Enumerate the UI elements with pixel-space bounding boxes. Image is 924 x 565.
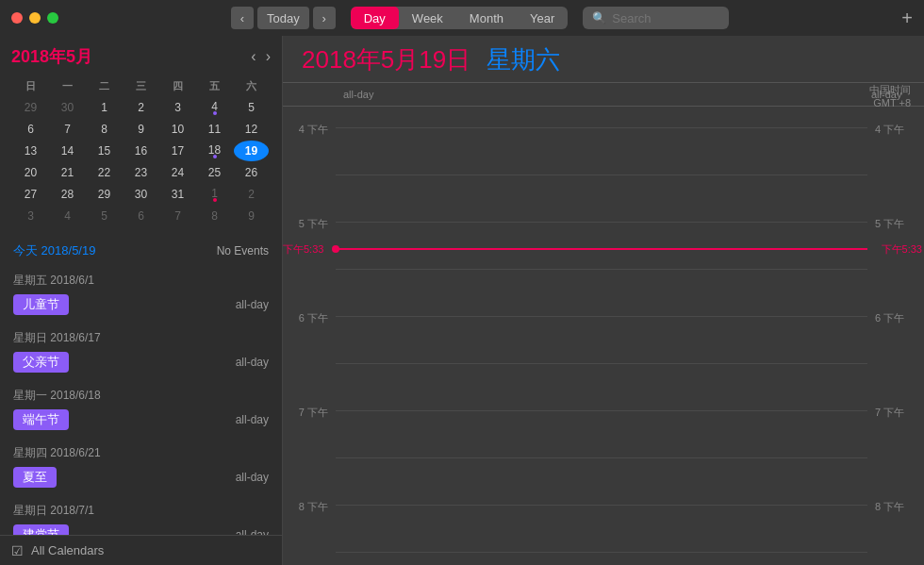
next-button[interactable]: › bbox=[313, 7, 336, 29]
current-time-label-right: 下午5:33 bbox=[882, 242, 922, 257]
close-button[interactable] bbox=[11, 12, 23, 24]
mini-cal-cell[interactable]: 7 bbox=[160, 207, 195, 225]
traffic-lights bbox=[11, 12, 58, 24]
mini-cal-cell[interactable]: 6 bbox=[124, 207, 158, 225]
event-item[interactable]: 儿童节all-day bbox=[0, 291, 282, 319]
today-button[interactable]: Today bbox=[257, 7, 309, 29]
mini-cal-title: 2018年5月 bbox=[11, 45, 92, 68]
title-bar: ‹ Today › Day Week Month Year 🔍 + bbox=[0, 0, 924, 36]
event-allday: all-day bbox=[236, 528, 269, 535]
add-event-button[interactable]: + bbox=[901, 8, 913, 29]
mini-cal-cell[interactable]: 14 bbox=[50, 141, 85, 161]
sidebar: 2018年5月 ‹ › 日 一 二 三 四 五 六 bbox=[0, 36, 283, 565]
current-time-label-left: 下午5:33 bbox=[283, 242, 323, 257]
tab-year[interactable]: Year bbox=[517, 7, 568, 29]
mini-cal-cell[interactable]: 19 bbox=[234, 141, 269, 161]
mini-cal-cell[interactable]: 3 bbox=[13, 207, 48, 225]
event-tag: 端午节 bbox=[13, 409, 69, 430]
mini-cal-cell[interactable]: 30 bbox=[124, 184, 158, 205]
mini-cal-cell[interactable]: 12 bbox=[234, 120, 269, 139]
mini-cal-cell[interactable]: 29 bbox=[87, 184, 122, 205]
mini-cal-cell[interactable]: 4 bbox=[197, 97, 232, 118]
maximize-button[interactable] bbox=[47, 12, 58, 24]
mini-cal-cell[interactable]: 4 bbox=[50, 207, 85, 225]
allday-label: all-day bbox=[336, 83, 867, 106]
mini-cal-cell[interactable]: 25 bbox=[197, 163, 232, 182]
mini-cal-cell[interactable]: 27 bbox=[13, 184, 48, 205]
mini-cal-cell[interactable]: 11 bbox=[197, 120, 232, 139]
mini-cal-cell[interactable]: 5 bbox=[87, 207, 122, 225]
mini-cal-prev[interactable]: ‹ bbox=[251, 48, 256, 65]
mini-cal-cell[interactable]: 1 bbox=[197, 184, 232, 205]
event-group: 星期四 2018/6/21夏至all-day bbox=[0, 438, 282, 495]
mini-cal-cell[interactable]: 10 bbox=[160, 120, 195, 139]
event-item[interactable]: 父亲节all-day bbox=[0, 348, 282, 376]
time-label-right: 6 下午 bbox=[875, 311, 904, 325]
mini-cal-cell[interactable]: 13 bbox=[13, 141, 48, 161]
allday-row: all-day all-day bbox=[283, 83, 924, 107]
tab-day[interactable]: Day bbox=[351, 7, 399, 29]
mini-cal-cell[interactable]: 24 bbox=[160, 163, 195, 182]
mini-cal-cell[interactable]: 9 bbox=[234, 207, 269, 225]
mini-cal-cell[interactable]: 9 bbox=[124, 120, 158, 139]
event-item[interactable]: 夏至all-day bbox=[0, 463, 282, 491]
grid-line bbox=[336, 223, 867, 270]
grid-lines: 下午5:33下午5:33 bbox=[336, 107, 867, 304]
current-time-dot bbox=[332, 245, 339, 253]
time-label: 8 下午 bbox=[299, 500, 328, 514]
cal-day-header: 2018年5月19日 星期六 bbox=[283, 36, 924, 83]
mini-cal-cell[interactable]: 3 bbox=[160, 97, 195, 118]
mini-cal-cell[interactable]: 31 bbox=[160, 184, 195, 205]
search-input[interactable] bbox=[612, 11, 719, 25]
mini-cal-cell[interactable]: 20 bbox=[13, 163, 48, 182]
time-slot-left: 8 下午 bbox=[283, 506, 336, 553]
mini-cal-cell[interactable]: 8 bbox=[87, 120, 122, 139]
event-item[interactable]: 端午节all-day bbox=[0, 406, 282, 434]
time-label-right: 5 下午 bbox=[875, 217, 904, 231]
mini-cal-cell[interactable]: 1 bbox=[87, 97, 122, 118]
mini-cal-cell[interactable]: 16 bbox=[124, 141, 158, 161]
mini-cal-cell[interactable]: 30 bbox=[50, 97, 85, 118]
minimize-button[interactable] bbox=[29, 12, 41, 24]
mini-cal-cell[interactable]: 8 bbox=[197, 207, 232, 225]
weekday-tue: 二 bbox=[87, 77, 122, 95]
tab-month[interactable]: Month bbox=[456, 7, 517, 29]
mini-cal-cell[interactable]: 2 bbox=[234, 184, 269, 205]
weekday-thu: 四 bbox=[160, 77, 195, 95]
mini-cal-cell[interactable]: 22 bbox=[87, 163, 122, 182]
mini-cal-cell[interactable]: 2 bbox=[124, 97, 158, 118]
mini-cal-cell[interactable]: 26 bbox=[234, 163, 269, 182]
cal-date: 2018年5月19日 bbox=[302, 45, 470, 74]
event-tag: 儿童节 bbox=[13, 294, 69, 315]
mini-cal-cell[interactable]: 18 bbox=[197, 141, 232, 161]
mini-calendar: 2018年5月 ‹ › 日 一 二 三 四 五 六 bbox=[0, 36, 282, 237]
time-label-right: 8 下午 bbox=[875, 500, 904, 514]
time-slot-left: 7 下午 bbox=[283, 411, 336, 458]
mini-cal-cell[interactable]: 28 bbox=[50, 184, 85, 205]
title-bar-center: ‹ Today › Day Week Month Year 🔍 bbox=[58, 7, 901, 29]
mini-cal-cell[interactable]: 21 bbox=[50, 163, 85, 182]
mini-cal-cell[interactable]: 6 bbox=[13, 120, 48, 139]
mini-cal-cell[interactable]: 29 bbox=[13, 97, 48, 118]
event-group: 星期日 2018/6/17父亲节all-day bbox=[0, 323, 282, 380]
nav-buttons: ‹ Today › bbox=[231, 7, 336, 29]
time-labels-left: 2 下午3 下午4 下午5 下午6 下午7 下午8 下午9 下午10 下午11 … bbox=[283, 107, 336, 304]
tab-week[interactable]: Week bbox=[399, 7, 456, 29]
time-slot-right bbox=[867, 364, 924, 411]
event-allday: all-day bbox=[236, 356, 269, 369]
mini-cal-next[interactable]: › bbox=[266, 48, 271, 65]
mini-cal-cell[interactable]: 7 bbox=[50, 120, 85, 139]
mini-cal-cell[interactable]: 15 bbox=[87, 141, 122, 161]
mini-cal-cell[interactable]: 23 bbox=[124, 163, 158, 182]
event-allday: all-day bbox=[236, 413, 269, 426]
event-item[interactable]: 建党节all-day bbox=[0, 521, 282, 535]
time-slot-left bbox=[283, 458, 336, 506]
mini-cal-cell[interactable]: 5 bbox=[234, 97, 269, 118]
prev-button[interactable]: ‹ bbox=[231, 7, 254, 29]
weekday-sat: 六 bbox=[234, 77, 269, 95]
event-allday: all-day bbox=[236, 298, 269, 311]
time-slot-right: 7 下午 bbox=[867, 411, 924, 458]
time-grid[interactable]: 2 下午3 下午4 下午5 下午6 下午7 下午8 下午9 下午10 下午11 … bbox=[283, 107, 924, 565]
mini-cal-cell[interactable]: 17 bbox=[160, 141, 195, 161]
time-slot-right: 6 下午 bbox=[867, 317, 924, 364]
